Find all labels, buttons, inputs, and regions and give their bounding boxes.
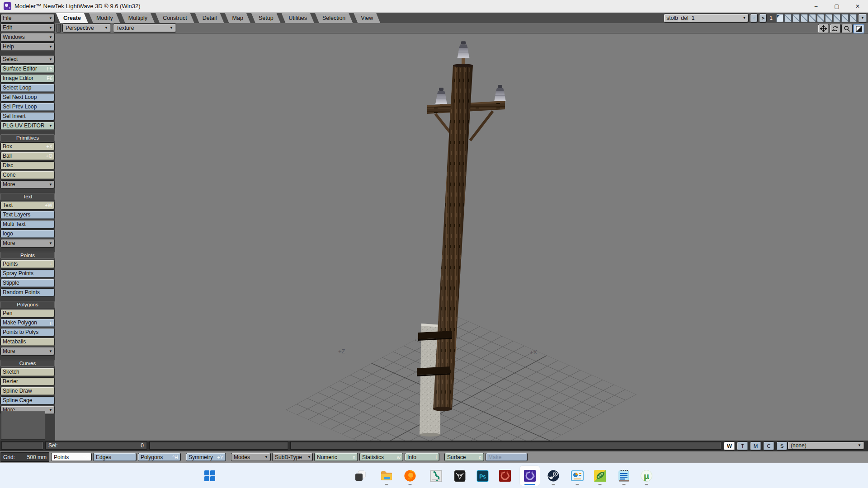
- sidebar-item-random-points[interactable]: Random Points ▼: [0, 288, 55, 297]
- layer-list-dropdown[interactable]: ▼: [858, 14, 867, 23]
- taskbar-icon-peazip[interactable]: [590, 466, 610, 486]
- taskbar-icon-file-explorer[interactable]: [377, 466, 396, 486]
- vmap-button-c[interactable]: C: [763, 441, 774, 450]
- sidebar-item-make-polygon[interactable]: Make Polygon p ▼: [0, 319, 55, 327]
- layer-box[interactable]: [825, 14, 832, 22]
- tab-multiply[interactable]: Multiply: [121, 13, 155, 23]
- layer-box[interactable]: [817, 14, 824, 22]
- tab-construct[interactable]: Construct: [156, 13, 194, 23]
- window-button-minimize[interactable]: –: [806, 0, 826, 13]
- sidebar-item-image-editor[interactable]: Image Editor F6 ▼: [0, 74, 55, 83]
- taskbar-icon-system-info[interactable]: [567, 466, 587, 486]
- window-button-close[interactable]: ✕: [847, 0, 868, 13]
- sidebar-item-edit[interactable]: Edit ▼: [0, 23, 55, 32]
- taskbar-icon-lightwave-layout[interactable]: [495, 466, 515, 486]
- vmap-button-t[interactable]: T: [737, 441, 748, 450]
- sidebar-item-sketch[interactable]: Sketch ▼: [0, 368, 55, 376]
- mode-button-make[interactable]: Make ▼: [486, 453, 528, 461]
- sidebar-item-box[interactable]: Box +X ▼: [0, 142, 55, 151]
- taskbar-icon-start[interactable]: [200, 466, 220, 486]
- taskbar-icon-photoshop[interactable]: Ps: [472, 466, 492, 486]
- layer-box[interactable]: [809, 14, 816, 22]
- maximize-viewport-icon[interactable]: [853, 24, 864, 33]
- sidebar-item-bezier[interactable]: Bezier ▼: [0, 377, 55, 386]
- sidebar-item-more[interactable]: More ▼: [0, 239, 55, 248]
- taskbar-icon-lightwave-modeler[interactable]: [520, 466, 540, 486]
- sidebar-item-file[interactable]: File ▼: [0, 14, 55, 23]
- zoom-icon[interactable]: [841, 24, 853, 33]
- taskbar-icon-3d-app-green[interactable]: [426, 466, 446, 486]
- tab-detail[interactable]: Detail: [195, 13, 224, 23]
- mode-button-edges[interactable]: Edges ▼: [93, 453, 137, 461]
- sidebar-item-cone[interactable]: Cone ▼: [0, 171, 55, 179]
- layer-box[interactable]: [833, 14, 840, 22]
- sidebar-item-disc[interactable]: Disc ▼: [0, 161, 55, 170]
- sidebar-item-sel-prev-loop[interactable]: Sel Prev Loop ▼: [0, 103, 55, 111]
- sidebar-item-help[interactable]: Help ▼: [0, 42, 55, 51]
- mode-button-numeric[interactable]: Numeric n ▼: [314, 453, 358, 461]
- sidebar-item-select-loop[interactable]: Select Loop ▼: [0, 84, 55, 92]
- taskbar-icon-firefox[interactable]: [400, 466, 420, 486]
- layer-box[interactable]: [841, 14, 849, 22]
- vmap-button-w[interactable]: W: [724, 441, 735, 450]
- view-mode-dropdown[interactable]: Perspective ▼: [62, 23, 111, 33]
- sidebar-item-surface-editor[interactable]: Surface Editor F5 ▼: [0, 65, 55, 73]
- sidebar-item-plg-uv-editor[interactable]: PLG UV EDITOR ▼: [0, 122, 55, 130]
- mode-button-subd-type[interactable]: SubD-Type ▼: [272, 453, 313, 461]
- sidebar-item-metaballs[interactable]: Metaballs ▼: [0, 338, 55, 346]
- mode-button-symmetry[interactable]: Symmetry +Y ▼: [186, 453, 226, 461]
- sidebar-item-more[interactable]: More ▼: [0, 347, 55, 356]
- sidebar-item-multi-text[interactable]: Multi Text ▼: [0, 220, 55, 229]
- render-mode-dropdown[interactable]: Texture ▼: [113, 23, 176, 33]
- sidebar-item-logo[interactable]: logo ▼: [0, 230, 55, 238]
- taskbar-icon-task-view[interactable]: [350, 466, 370, 486]
- layer-box[interactable]: [793, 14, 800, 22]
- vmap-button-s[interactable]: S: [776, 441, 788, 450]
- perspective-viewport[interactable]: +Z +X: [55, 33, 868, 441]
- drag-handle[interactable]: [57, 24, 61, 33]
- pan-icon[interactable]: [818, 24, 829, 33]
- sidebar-item-spline-draw[interactable]: Spline Draw ▼: [0, 387, 55, 395]
- mode-button-info[interactable]: Info i ▼: [405, 453, 439, 461]
- mode-button-surface[interactable]: Surface q ▼: [444, 453, 484, 461]
- sidebar-item-points[interactable]: Points + ▼: [0, 260, 55, 268]
- sidebar-item-windows[interactable]: Windows ▼: [0, 33, 55, 42]
- layer-box[interactable]: [776, 14, 783, 22]
- sidebar-item-ball[interactable]: Ball +O ▼: [0, 152, 55, 160]
- tab-view[interactable]: View: [354, 13, 380, 23]
- sidebar-item-spray-points[interactable]: Spray Points ▼: [0, 269, 55, 278]
- tab-utilities[interactable]: Utilities: [282, 13, 314, 23]
- sidebar-item-text[interactable]: Text +W ▼: [0, 201, 55, 210]
- sidebar-item-stipple[interactable]: Stipple ▼: [0, 279, 55, 287]
- prev-object-button[interactable]: <: [750, 14, 758, 23]
- tab-map[interactable]: Map: [225, 13, 250, 23]
- mode-button-statistics[interactable]: Statistics w ▼: [359, 453, 403, 461]
- next-object-button[interactable]: >: [759, 14, 767, 23]
- tab-modify[interactable]: Modify: [89, 13, 120, 23]
- tab-setup[interactable]: Setup: [251, 13, 281, 23]
- object-selector-dropdown[interactable]: stolb_def_1 ▼: [664, 14, 749, 23]
- tab-create[interactable]: Create: [56, 13, 88, 23]
- mode-button-points[interactable]: Points ^G ▼: [51, 453, 92, 461]
- taskbar-icon-notepad[interactable]: [614, 466, 634, 486]
- vmap-button-m[interactable]: M: [750, 441, 761, 450]
- rotate-icon[interactable]: [830, 24, 841, 33]
- tab-selection[interactable]: Selection: [315, 13, 353, 23]
- layer-box[interactable]: [849, 14, 857, 22]
- taskbar-icon-steam[interactable]: [543, 466, 563, 486]
- sidebar-item-pen[interactable]: Pen ▼: [0, 309, 55, 318]
- layer-box[interactable]: [784, 14, 792, 22]
- sidebar-item-more[interactable]: More ▼: [0, 180, 55, 189]
- sidebar-item-sel-next-loop[interactable]: Sel Next Loop ▼: [0, 93, 55, 102]
- sidebar-item-sel-invert[interactable]: Sel Invert ▼: [0, 112, 55, 121]
- taskbar-icon-utorrent[interactable]: µ: [637, 466, 656, 486]
- sidebar-item-text-layers[interactable]: Text Layers ▼: [0, 211, 55, 219]
- sidebar-item-select[interactable]: Select ▼: [0, 55, 55, 64]
- layer-box[interactable]: [801, 14, 808, 22]
- window-button-maximize[interactable]: ▢: [826, 0, 847, 13]
- sidebar-item-spline-cage[interactable]: Spline Cage ▼: [0, 396, 55, 405]
- sidebar-item-points-to-polys[interactable]: Points to Polys ▼: [0, 328, 55, 337]
- taskbar-icon-3d-app-bull[interactable]: [450, 466, 470, 486]
- vmap-selector-dropdown[interactable]: (none) ▼: [788, 441, 864, 450]
- mode-button-modes[interactable]: Modes ▼: [231, 453, 271, 461]
